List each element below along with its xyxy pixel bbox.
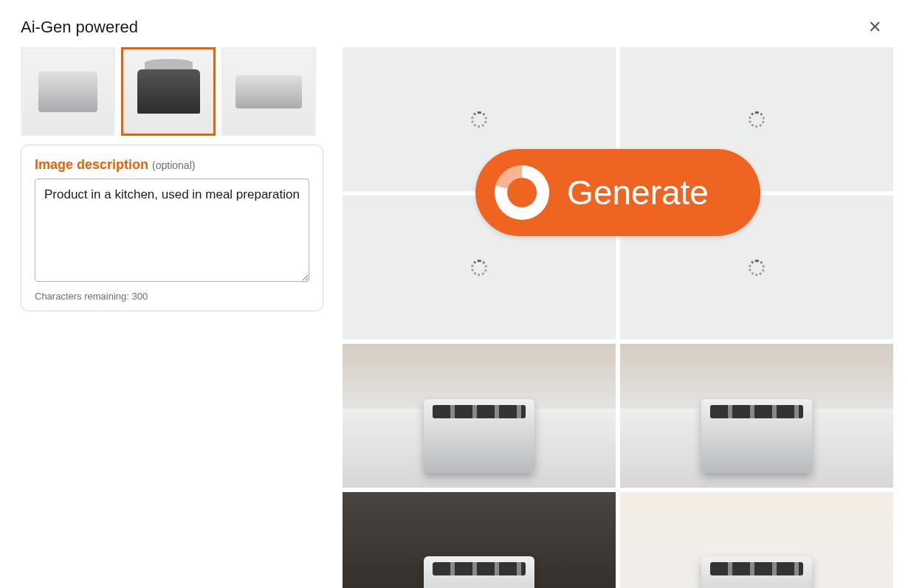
thumb-image xyxy=(123,49,213,134)
generated-image[interactable] xyxy=(343,344,616,488)
close-button[interactable]: ✕ xyxy=(862,15,887,40)
characters-remaining: Characters remaining: 300 xyxy=(35,291,309,302)
loading-spinner-icon xyxy=(749,111,765,128)
product-thumb-fryer[interactable] xyxy=(221,47,316,136)
page-title: Ai-Gen powered xyxy=(21,18,138,37)
generated-image[interactable] xyxy=(620,344,893,488)
thumb-image xyxy=(23,49,113,134)
generated-image[interactable] xyxy=(620,492,893,588)
generate-button-label: Generate xyxy=(567,173,709,212)
description-textarea[interactable] xyxy=(35,179,309,282)
description-label: Image description (optional) xyxy=(35,157,309,173)
description-optional-hint: (optional) xyxy=(152,159,195,171)
description-card: Image description (optional) Characters … xyxy=(21,145,323,311)
close-icon: ✕ xyxy=(868,18,881,36)
kitchen-scene-icon xyxy=(343,344,616,488)
slow-cooker-icon xyxy=(137,69,200,114)
generated-image[interactable] xyxy=(343,492,616,588)
header: Ai-Gen powered ✕ xyxy=(0,0,908,47)
description-label-text: Image description xyxy=(35,157,148,172)
product-thumb-toaster[interactable] xyxy=(21,47,115,136)
product-thumbnail-row xyxy=(21,47,323,136)
left-column: Image description (optional) Characters … xyxy=(21,47,323,588)
right-column: Generate xyxy=(343,47,893,588)
generate-button[interactable]: Generate xyxy=(475,149,760,236)
thumb-image xyxy=(224,49,314,134)
generate-ring-icon xyxy=(495,165,549,220)
kitchen-scene-icon xyxy=(424,556,534,588)
kitchen-scene-icon xyxy=(620,344,893,488)
generation-grid xyxy=(343,47,893,588)
fryer-icon xyxy=(235,75,302,108)
product-thumb-slow-cooker[interactable] xyxy=(121,47,216,136)
kitchen-scene-icon xyxy=(701,556,812,588)
main-layout: Image description (optional) Characters … xyxy=(0,47,908,588)
toaster-icon xyxy=(38,72,97,112)
loading-spinner-icon xyxy=(749,260,765,276)
loading-spinner-icon xyxy=(471,260,487,276)
loading-spinner-icon xyxy=(471,111,487,128)
